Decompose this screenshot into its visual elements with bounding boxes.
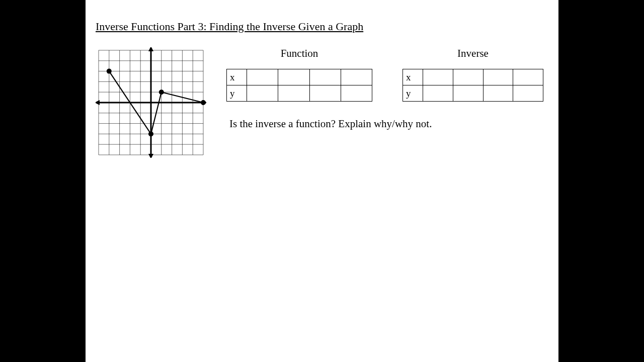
table-cell bbox=[278, 69, 309, 85]
svg-marker-27 bbox=[148, 154, 153, 158]
inverse-table-column: Inverse x y bbox=[403, 47, 543, 102]
main-row: Function x y bbox=[96, 47, 548, 158]
svg-point-32 bbox=[148, 131, 153, 136]
content-area: Inverse Functions Part 3: Finding the In… bbox=[86, 0, 558, 168]
table-cell bbox=[247, 85, 278, 102]
inverse-table: x y bbox=[403, 69, 543, 102]
page-title: Inverse Functions Part 3: Finding the In… bbox=[96, 20, 548, 33]
question-text: Is the inverse a function? Explain why/w… bbox=[226, 118, 548, 130]
inverse-table-title: Inverse bbox=[403, 47, 543, 60]
function-table-column: Function x y bbox=[226, 47, 372, 102]
document-page: Inverse Functions Part 3: Finding the In… bbox=[86, 0, 558, 362]
table-cell bbox=[309, 69, 341, 85]
table-cell bbox=[341, 69, 372, 85]
svg-point-31 bbox=[107, 69, 112, 74]
table-row: y bbox=[403, 85, 543, 102]
graph-container bbox=[96, 47, 206, 158]
table-cell-x-label: x bbox=[403, 69, 423, 85]
table-cell bbox=[278, 85, 309, 102]
table-cell-y-label: y bbox=[227, 85, 247, 102]
svg-point-34 bbox=[201, 100, 206, 105]
table-cell bbox=[309, 85, 341, 102]
table-cell bbox=[453, 69, 483, 85]
table-cell bbox=[513, 69, 543, 85]
table-cell bbox=[423, 85, 453, 102]
table-row: y bbox=[227, 85, 372, 102]
table-cell-x-label: x bbox=[227, 69, 247, 85]
function-table: x y bbox=[226, 69, 372, 102]
function-table-title: Function bbox=[226, 47, 372, 60]
table-cell bbox=[453, 85, 483, 102]
tables-row: Function x y bbox=[226, 47, 548, 102]
svg-marker-26 bbox=[148, 47, 153, 51]
table-row: x bbox=[227, 69, 372, 85]
table-cell bbox=[247, 69, 278, 85]
function-graph bbox=[96, 47, 206, 158]
table-cell bbox=[423, 69, 453, 85]
right-column: Function x y bbox=[226, 47, 548, 130]
svg-point-33 bbox=[159, 89, 164, 95]
table-cell bbox=[483, 85, 513, 102]
table-cell bbox=[513, 85, 543, 102]
svg-marker-25 bbox=[96, 100, 100, 105]
table-cell bbox=[483, 69, 513, 85]
table-row: x bbox=[403, 69, 543, 85]
table-cell bbox=[341, 85, 372, 102]
table-cell-y-label: y bbox=[403, 85, 423, 102]
